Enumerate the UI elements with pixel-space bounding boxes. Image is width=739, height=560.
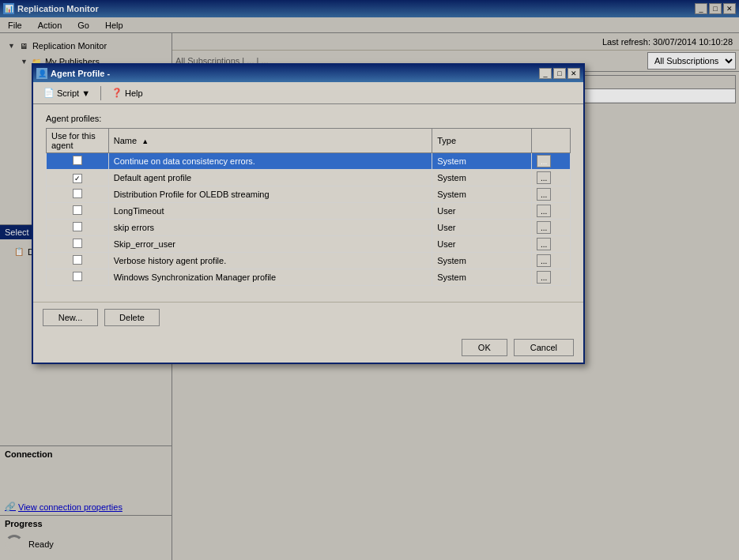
modal-minimize-button[interactable]: _ (539, 68, 552, 79)
modal-restore-button[interactable]: □ (553, 68, 566, 79)
ellipsis-button-5[interactable]: ... (537, 238, 551, 250)
table-row[interactable]: Default agent profileSystem... (47, 170, 571, 186)
profile-name-3: LongTimeout (108, 203, 432, 220)
modal-toolbar: 📄 Script ▼ ❓ Help (33, 82, 583, 104)
new-button[interactable]: New... (43, 309, 98, 326)
ellipsis-cell-3: ... (532, 203, 571, 220)
checkbox-2[interactable] (73, 189, 82, 198)
help-icon: ❓ (111, 88, 123, 98)
profile-type-7: System (432, 269, 532, 286)
modal-close-button[interactable]: ✕ (567, 68, 580, 79)
profile-type-1: System (432, 170, 532, 186)
modal-controls: _ □ ✕ (539, 68, 580, 79)
modal-title-left: 👤 Agent Profile - (36, 68, 110, 79)
checkbox-5[interactable] (73, 239, 82, 248)
table-row[interactable]: LongTimeoutUser... (47, 203, 571, 220)
modal-window: 👤 Agent Profile - _ □ ✕ 📄 Script ▼ (32, 63, 585, 364)
checkbox-cell-4 (47, 220, 109, 236)
ellipsis-button-7[interactable]: ... (537, 271, 551, 284)
col-header-name: Name ▲ (108, 129, 432, 153)
profile-name-2: Distribution Profile for OLEDB streaming (108, 186, 432, 203)
profile-name-6: Verbose history agent profile. (108, 253, 432, 269)
table-row[interactable]: Verbose history agent profile.System... (47, 253, 571, 269)
checkbox-4[interactable] (73, 222, 82, 231)
checkbox-0[interactable] (73, 156, 82, 165)
ellipsis-cell-2: ... (532, 186, 571, 203)
ellipsis-button-2[interactable]: ... (537, 188, 551, 201)
table-body: Continue on data consistency errors.Syst… (47, 153, 571, 286)
cancel-button[interactable]: Cancel (514, 339, 574, 356)
ellipsis-button-6[interactable]: ... (537, 254, 551, 267)
checkbox-cell-3 (47, 203, 109, 220)
ellipsis-button-1[interactable]: ... (537, 171, 551, 184)
checkbox-cell-5 (47, 236, 109, 253)
table-row[interactable]: Distribution Profile for OLEDB streaming… (47, 186, 571, 203)
profile-name-0: Continue on data consistency errors. (108, 153, 432, 170)
modal-icon: 👤 (36, 68, 47, 79)
checkbox-cell-2 (47, 186, 109, 203)
table-header-row: Use for this agent Name ▲ Type (47, 129, 571, 153)
modal-overlay: 👤 Agent Profile - _ □ ✕ 📄 Script ▼ (0, 0, 739, 560)
table-row[interactable]: Windows Synchronization Manager profileS… (47, 269, 571, 286)
modal-title: Agent Profile - (51, 69, 110, 78)
table-row[interactable]: Skip_error_userUser... (47, 236, 571, 253)
checkbox-cell-0 (47, 153, 109, 170)
checkbox-cell-6 (47, 253, 109, 269)
delete-button[interactable]: Delete (104, 309, 160, 326)
script-arrow-icon: ▼ (81, 88, 90, 98)
toolbar-separator (100, 86, 101, 100)
ellipsis-cell-4: ... (532, 220, 571, 236)
modal-bottom: OK Cancel (33, 333, 583, 363)
ellipsis-cell-1: ... (532, 170, 571, 186)
profile-type-4: User (432, 220, 532, 236)
ellipsis-button-3[interactable]: ... (537, 205, 551, 217)
col-header-btn (532, 129, 571, 153)
script-icon: 📄 (43, 88, 55, 98)
agent-profiles-label: Agent profiles: (46, 114, 571, 123)
ellipsis-cell-0: ... (532, 153, 571, 170)
table-row[interactable]: Continue on data consistency errors.Syst… (47, 153, 571, 170)
modal-footer: New... Delete (33, 302, 583, 333)
ellipsis-button-0[interactable]: ... (537, 155, 551, 167)
profile-type-6: System (432, 253, 532, 269)
col-header-type: Type (432, 129, 532, 153)
profile-type-3: User (432, 203, 532, 220)
profile-type-0: System (432, 153, 532, 170)
profile-name-7: Windows Synchronization Manager profile (108, 269, 432, 286)
script-label: Script (57, 88, 79, 98)
col-header-use-for-agent: Use for this agent (47, 129, 109, 153)
profiles-table: Use for this agent Name ▲ Type Continue … (46, 128, 571, 286)
profile-name-4: skip errors (108, 220, 432, 236)
profile-type-2: System (432, 186, 532, 203)
profile-name-5: Skip_error_user (108, 236, 432, 253)
help-button[interactable]: ❓ Help (106, 85, 149, 100)
ellipsis-button-4[interactable]: ... (537, 221, 551, 234)
ellipsis-cell-5: ... (532, 236, 571, 253)
ok-button[interactable]: OK (462, 339, 507, 356)
main-window: 📊 Replication Monitor _ □ ✕ File Action … (0, 0, 739, 560)
help-label: Help (125, 88, 143, 98)
name-sort-icon: ▲ (141, 137, 149, 145)
table-row[interactable]: skip errorsUser... (47, 220, 571, 236)
modal-content: Agent profiles: Use for this agent Name … (33, 104, 583, 295)
checkbox-3[interactable] (73, 205, 82, 215)
ellipsis-cell-6: ... (532, 253, 571, 269)
profile-type-5: User (432, 236, 532, 253)
checkbox-cell-7 (47, 269, 109, 286)
checkbox-7[interactable] (73, 272, 82, 281)
ellipsis-cell-7: ... (532, 269, 571, 286)
table-head: Use for this agent Name ▲ Type (47, 129, 571, 153)
checkbox-cell-1 (47, 170, 109, 186)
profile-name-1: Default agent profile (108, 170, 432, 186)
checkbox-6[interactable] (73, 255, 82, 265)
modal-title-bar: 👤 Agent Profile - _ □ ✕ (33, 65, 583, 82)
checkbox-1[interactable] (73, 174, 82, 183)
script-button[interactable]: 📄 Script ▼ (38, 85, 96, 100)
